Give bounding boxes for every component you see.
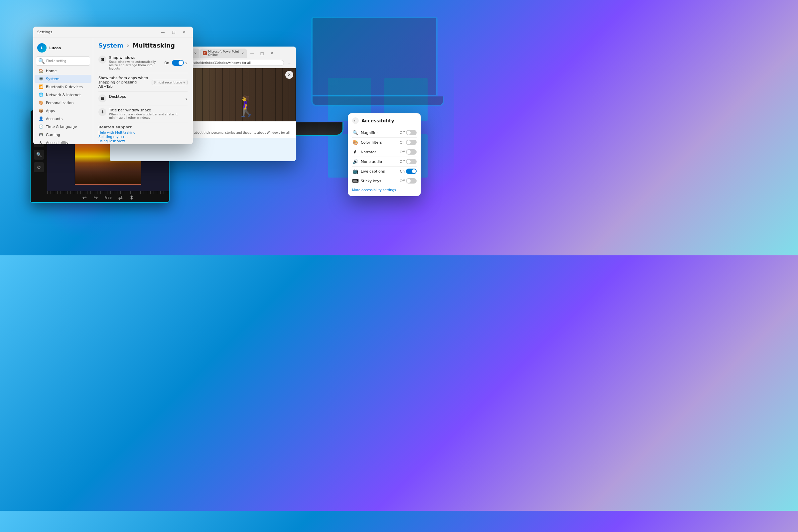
sidebar-item-network[interactable]: 🌐 Network & internet — [35, 91, 92, 99]
editor-control-forward[interactable]: ↪ — [93, 194, 98, 201]
settings-user: L Lucas — [33, 41, 93, 55]
apps-icon: 📦 — [39, 108, 43, 113]
sidebar-item-accounts[interactable]: 👤 Accounts — [35, 115, 92, 123]
accounts-icon: 👤 — [39, 116, 43, 121]
accessibility-panel: ← Accessibility 🔍 Magnifier Off 🎨 Color … — [348, 113, 421, 196]
narrator-status: Off — [400, 150, 405, 154]
narrator-label: Narrator — [361, 150, 376, 154]
sidebar-label-network: Network & internet — [46, 93, 81, 97]
access-sticky-keys-left: ⌨ Sticky keys — [352, 178, 381, 184]
sidebar-label-time: Time & language — [46, 125, 77, 129]
sidebar-item-bluetooth[interactable]: 📶 Bluetooth & devices — [35, 83, 92, 91]
editor-free-label: Free — [104, 196, 111, 200]
editor-control-aspect[interactable]: ↕ — [129, 194, 134, 201]
titlebar-shake-setting: ↕ Title bar window shake When I grab a w… — [98, 106, 188, 122]
sticky-keys-icon: ⌨ — [352, 178, 358, 184]
mono-audio-label: Mono audio — [361, 159, 382, 164]
tab-close-word[interactable]: ✕ — [194, 52, 197, 55]
sidebar-item-personalization[interactable]: 🎨 Personalization — [35, 99, 92, 107]
sidebar-label-apps: Apps — [46, 109, 55, 113]
desktops-left: 🖥 Desktops — [98, 94, 185, 102]
user-name: Lucas — [49, 46, 61, 50]
access-narrator-left: 🎙 Narrator — [352, 149, 376, 155]
mono-audio-icon: 🔊 — [352, 159, 358, 164]
browser-minimize-btn[interactable]: — — [247, 50, 257, 57]
support-link-splitting[interactable]: Splitting my screen — [98, 135, 188, 139]
snap-text: Snap windows Snap windows to automatical… — [109, 56, 162, 70]
live-captions-toggle[interactable] — [406, 169, 417, 174]
access-item-live-captions: 📺 Live captions On — [352, 167, 417, 176]
settings-maximize-btn[interactable]: □ — [169, 28, 178, 36]
breadcrumb-current: Multitasking — [133, 42, 175, 49]
mono-audio-right: Off — [400, 159, 417, 164]
narrator-right: Off — [400, 149, 417, 155]
access-item-sticky-keys: ⌨ Sticky keys Off — [352, 176, 417, 186]
sidebar-label-gaming: Gaming — [46, 133, 60, 137]
system-icon: 💻 — [39, 76, 43, 81]
accessibility-panel-title: Accessibility — [361, 118, 394, 124]
show-tabs-left: Show tabs from apps when snapping or pre… — [98, 76, 149, 89]
narrator-toggle[interactable] — [406, 149, 417, 155]
browser-maximize-btn[interactable]: □ — [258, 50, 267, 57]
magnifier-label: Magnifier — [361, 131, 378, 135]
color-filters-label: Color filters — [361, 140, 382, 145]
editor-tool-4[interactable]: ⚙ — [34, 162, 44, 172]
laptop-bg-screen — [311, 17, 438, 96]
browser-menu-btn[interactable]: ⋯ — [286, 59, 293, 66]
color-filters-right: Off — [400, 140, 417, 145]
settings-search-box[interactable]: 🔍 — [36, 57, 90, 65]
breadcrumb-parent[interactable]: System — [98, 42, 124, 49]
desktops-icon: 🖥 — [98, 94, 107, 102]
live-captions-label: Live captions — [361, 169, 385, 174]
sidebar-item-accessibility[interactable]: ♿ Accessibility — [35, 139, 92, 144]
tab-close-ppt[interactable]: ✕ — [241, 52, 244, 55]
more-accessibility-settings-link[interactable]: More accessibility settings — [352, 188, 417, 192]
accessibility-icon: ♿ — [39, 140, 43, 144]
sidebar-label-system: System — [46, 77, 59, 81]
snap-toggle-row: On ∨ — [164, 60, 188, 66]
browser-close-btn[interactable]: ✕ — [267, 50, 277, 57]
settings-minimize-btn[interactable]: — — [158, 28, 168, 36]
browser-tab-ppt[interactable]: P Microsoft PowerPoint Online ✕ — [200, 49, 247, 58]
sidebar-label-personalization: Personalization — [46, 101, 74, 105]
snap-label: Snap windows — [109, 56, 162, 60]
editor-tool-3[interactable]: 🔍 — [34, 150, 44, 159]
magnifier-toggle[interactable] — [406, 130, 417, 135]
desktops-label: Desktops — [109, 94, 126, 99]
sidebar-label-accounts: Accounts — [46, 117, 62, 121]
live-captions-status: On — [400, 170, 405, 173]
titlebar-desc: When I grab a window's title bar and sha… — [109, 113, 188, 119]
sidebar-item-system[interactable]: 💻 System — [35, 75, 92, 83]
access-color-filters-left: 🎨 Color filters — [352, 140, 382, 145]
color-filters-toggle[interactable] — [406, 140, 417, 145]
desktops-setting[interactable]: 🖥 Desktops ∨ — [98, 92, 188, 106]
magnifier-right: Off — [400, 130, 417, 135]
settings-search-input[interactable] — [46, 59, 88, 63]
bluetooth-icon: 📶 — [39, 84, 43, 89]
mono-audio-toggle[interactable] — [406, 159, 417, 164]
sidebar-item-apps[interactable]: 📦 Apps — [35, 107, 92, 115]
breadcrumb: System › Multitasking — [98, 42, 188, 49]
sidebar-item-gaming[interactable]: 🎮 Gaming — [35, 131, 92, 139]
editor-control-rewind[interactable]: ↩ — [82, 194, 87, 201]
sticky-keys-toggle[interactable] — [406, 178, 417, 184]
access-live-captions-left: 📺 Live captions — [352, 169, 385, 174]
video-close-btn[interactable]: ✕ — [285, 71, 293, 79]
snap-desc: Snap windows to automatically resize and… — [109, 60, 162, 70]
titlebar-text: Title bar window shake When I grab a win… — [109, 108, 188, 119]
snap-windows-setting: ⊞ Snap windows Snap windows to automatic… — [98, 53, 188, 73]
show-tabs-dropdown[interactable]: 3 most recent tabs ∨ — [152, 80, 188, 85]
settings-close-btn[interactable]: ✕ — [179, 28, 189, 36]
sidebar-label-accessibility: Accessibility — [46, 141, 69, 145]
breadcrumb-sep: › — [127, 42, 131, 49]
accessibility-back-btn[interactable]: ← — [352, 117, 359, 124]
support-link-multitasking[interactable]: Help with Multitasking — [98, 131, 188, 134]
laptop-bg-decoration — [311, 17, 444, 110]
sidebar-item-time[interactable]: 🕐 Time & language — [35, 123, 92, 131]
sidebar-item-home[interactable]: 🏠 Home — [35, 67, 92, 75]
tab-label-ppt: Microsoft PowerPoint Online — [208, 50, 240, 57]
support-link-taskview[interactable]: Using Task View — [98, 139, 188, 143]
editor-control-transform[interactable]: ⇄ — [118, 194, 123, 201]
sticky-keys-right: Off — [400, 178, 417, 184]
snap-toggle[interactable] — [172, 60, 184, 66]
